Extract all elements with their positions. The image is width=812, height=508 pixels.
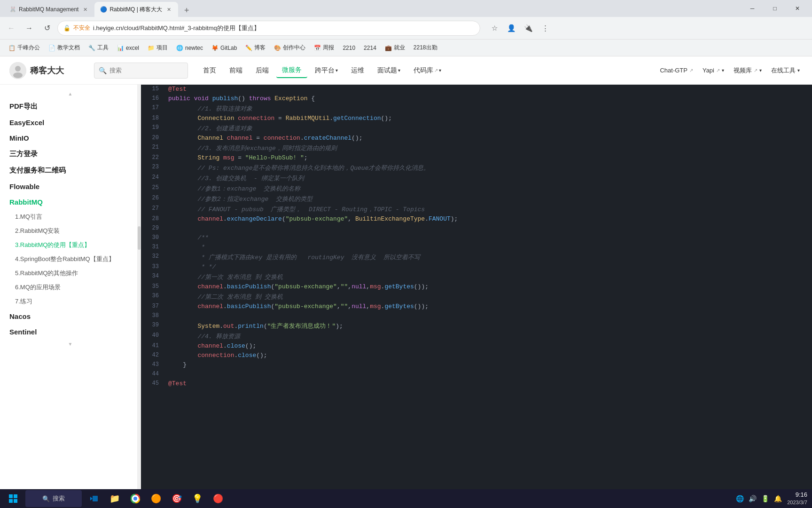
line-number-24: 24 <box>141 173 164 183</box>
nav-codelib[interactable]: 代码库↗▾ <box>408 64 447 78</box>
bookmark-blog[interactable]: ✏️ 博客 <box>242 42 269 54</box>
sidebar-pdf[interactable]: PDF导出 <box>0 98 141 115</box>
notification-icon[interactable]: 🔔 <box>773 494 783 503</box>
nav-yapi[interactable]: Yapi↗▾ <box>700 65 727 76</box>
minimize-button[interactable]: ─ <box>742 1 763 16</box>
line-content-20: Channel channel = connection.createChann… <box>164 134 812 143</box>
bookmark-tools-label: 工具 <box>97 44 109 52</box>
forward-button[interactable]: → <box>22 21 37 36</box>
sidebar-mq-practice[interactable]: 7.练习 <box>0 294 141 309</box>
taskbar-app6[interactable]: 💡 <box>189 490 206 507</box>
sidebar-scrollbar[interactable] <box>137 85 141 489</box>
nav-videolib[interactable]: 视频库↗▾ <box>731 64 765 77</box>
code-line-41: 41 channel.close(); <box>141 341 812 351</box>
taskbar-app5[interactable]: 🎯 <box>168 490 185 507</box>
bookmark-2218-label: 2218出勤 <box>414 44 437 52</box>
bookmark-docs[interactable]: 📄 教学文档 <box>45 42 84 54</box>
tab-rabbitmq-management[interactable]: 🐰 RabbitMQ Management ✕ <box>4 2 94 17</box>
battery-icon[interactable]: 🔋 <box>760 494 771 503</box>
taskbar-app7[interactable]: 🔴 <box>210 490 226 507</box>
sidebar-mq-usage[interactable]: 3.RabbitMQ的使用【重点】 <box>0 238 141 252</box>
svg-rect-7 <box>93 496 98 501</box>
line-number-17: 17 <box>141 103 164 114</box>
nav-ops[interactable]: 运维 <box>345 64 370 78</box>
bookmark-weekly-icon: 📅 <box>314 45 321 51</box>
line-content-18: Connection connection = RabbitMQUtil.get… <box>164 114 812 123</box>
tab1-close[interactable]: ✕ <box>81 6 89 13</box>
profile-icon[interactable]: 👤 <box>504 21 519 36</box>
line-content-30: /** <box>164 233 812 243</box>
sidebar-mq-install[interactable]: 2.RabbitMQ安装 <box>0 224 141 238</box>
sidebar-thirdparty[interactable]: 三方登录 <box>0 146 141 162</box>
sidebar-nacos[interactable]: Nacos <box>0 309 141 324</box>
nav-crossplatform[interactable]: 跨平台▾ <box>309 64 344 78</box>
taskbar-chrome[interactable] <box>127 490 144 507</box>
bookmark-weekly[interactable]: 📅 周报 <box>310 42 338 54</box>
bookmark-tools[interactable]: 🔧 工具 <box>85 42 112 54</box>
code-line-42: 42 connection.close(); <box>141 351 812 360</box>
nav-microservice[interactable]: 微服务 <box>276 63 307 78</box>
new-tab-button[interactable]: + <box>180 4 193 17</box>
extensions-icon[interactable]: 🔌 <box>521 21 536 36</box>
line-number-20: 20 <box>141 134 164 143</box>
code-line-23: 23 // Ps: exchange是不会帮你将消息持久化到本地的，Queue才… <box>141 163 812 173</box>
bookmark-2214-label: 2214 <box>364 45 376 51</box>
bookmark-qianfeng[interactable]: 📋 千峰办公 <box>5 42 44 54</box>
nav-right: Chat-GTP↗ Yapi↗▾ 视频库↗▾ 在线工具▾ <box>657 64 803 77</box>
sidebar-mq-springboot[interactable]: 4.SpringBoot整合RabbitMQ【重点】 <box>0 252 141 266</box>
code-line-19: 19 //2. 创建通道对象 <box>141 123 812 134</box>
sidebar-flowable[interactable]: Flowable <box>0 179 141 194</box>
url-bar[interactable]: 🔓 不安全 i.heyige.cn/cloud/RabbitMQ.html#_3… <box>57 21 480 36</box>
sidebar-payment[interactable]: 支付服务和二维码 <box>0 162 141 179</box>
sidebar-rabbitmq[interactable]: RabbitMQ <box>0 194 141 210</box>
nav-home[interactable]: 首页 <box>197 64 222 78</box>
bookmark-tools-icon: 🔧 <box>88 45 95 51</box>
taskbar-app4[interactable]: 🟠 <box>148 490 164 507</box>
sidebar-mq-other[interactable]: 5.RabbitMQ的其他操作 <box>0 266 141 280</box>
star-icon[interactable]: ☆ <box>487 21 502 36</box>
tabs-container: 🐰 RabbitMQ Management ✕ 🔵 RabbitMQ | 稀客大… <box>4 0 193 17</box>
line-content-29 <box>164 224 812 233</box>
code-area[interactable]: 15@Test16public void publish() throws Ex… <box>141 85 812 489</box>
start-button[interactable] <box>5 490 22 507</box>
bookmark-newtec[interactable]: 🌐 newtec <box>172 43 207 53</box>
bookmark-chuangzuo[interactable]: 🎨 创作中心 <box>270 42 309 54</box>
more-icon[interactable]: ⋮ <box>538 21 553 36</box>
refresh-button[interactable]: ↺ <box>39 21 55 36</box>
sidebar-mq-intro[interactable]: 1.MQ引言 <box>0 210 141 224</box>
taskbar-vscode[interactable] <box>86 490 102 507</box>
sidebar-minio[interactable]: MinIO <box>0 130 141 146</box>
taskbar-clock[interactable]: 9:16 2023/3/7 <box>787 491 807 507</box>
bookmark-project[interactable]: 📁 项目 <box>144 42 172 54</box>
volume-icon[interactable]: 🔊 <box>747 494 758 503</box>
back-button[interactable]: ← <box>4 21 19 36</box>
bookmark-2218[interactable]: 2218出勤 <box>410 42 441 54</box>
maximize-button[interactable]: □ <box>764 1 786 16</box>
bookmark-2214[interactable]: 2214 <box>360 43 380 53</box>
bookmark-project-icon: 📁 <box>148 45 155 51</box>
sidebar-scrollbar-thumb[interactable] <box>138 226 141 250</box>
site-logo[interactable]: 稀客大大 <box>9 62 85 79</box>
nav-backend[interactable]: 后端 <box>250 64 274 78</box>
bookmarks-bar: 📋 千峰办公 📄 教学文档 🔧 工具 📊 excel 📁 项目 🌐 newtec… <box>0 40 812 56</box>
close-button[interactable]: ✕ <box>787 1 808 16</box>
bookmark-excel[interactable]: 📊 excel <box>113 43 143 53</box>
sidebar-mq-scenarios[interactable]: 6.MQ的应用场景 <box>0 280 141 294</box>
bookmark-gitlab[interactable]: 🦊 GitLab <box>208 43 241 53</box>
search-input[interactable] <box>94 63 188 79</box>
nav-frontend[interactable]: 前端 <box>224 64 248 78</box>
search-wrapper: 🔍 <box>94 63 188 79</box>
line-content-37: channel.basicPublish("pubsub-exchange","… <box>164 302 812 311</box>
taskbar-search[interactable]: 🔍 搜索 <box>25 490 82 507</box>
nav-chatgtp[interactable]: Chat-GTP↗ <box>657 65 696 76</box>
bookmark-2210[interactable]: 2210 <box>339 43 359 53</box>
sidebar-easyexcel[interactable]: EasyExcel <box>0 115 141 130</box>
taskbar-explorer[interactable]: 📁 <box>106 490 123 507</box>
bookmark-jobs[interactable]: 💼 就业 <box>381 42 409 54</box>
tab2-close[interactable]: ✕ <box>165 6 172 13</box>
nav-online-tools[interactable]: 在线工具▾ <box>768 64 803 77</box>
nav-interview[interactable]: 面试题▾ <box>372 64 406 78</box>
tab-xike[interactable]: 🔵 RabbitMQ | 稀客大大 ✕ <box>94 2 178 17</box>
network-icon[interactable]: 🌐 <box>734 494 745 503</box>
sidebar-sentinel[interactable]: Sentinel <box>0 324 141 340</box>
